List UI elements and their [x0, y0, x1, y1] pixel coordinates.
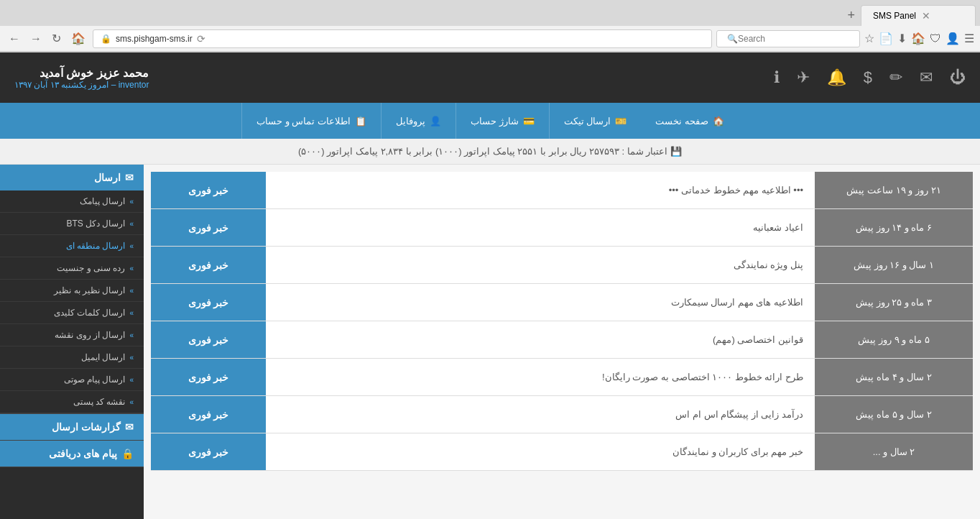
news-title-6[interactable]: درآمد زایی از پیشگام اس ام اس — [266, 409, 815, 420]
menu-icon[interactable]: ☰ — [964, 32, 974, 45]
tab-title: SMS Panel — [873, 11, 916, 21]
sub-nav-contact[interactable]: 📋 اطلاعات تماس و حساب — [241, 103, 381, 139]
news-category-5[interactable]: خبر فوری — [151, 359, 266, 395]
sidebar-item-email[interactable]: » ارسال ایمیل — [0, 346, 144, 369]
sidebar-header-reports[interactable]: ✉ گزارشات ارسال — [0, 414, 144, 440]
reader-icon[interactable]: 📄 — [879, 32, 893, 45]
sidebar-item-p2p[interactable]: » ارسال نظیر به نظیر — [0, 280, 144, 302]
sub-nav-ticket[interactable]: 🎫 ارسال تیکت — [549, 103, 642, 139]
table-row: ۳ ماه و ۲۵ روز پیش اطلاعیه های مهم ارسال… — [151, 284, 973, 321]
sidebar-item-regional[interactable]: » ارسال منطقه ای — [0, 235, 144, 257]
news-date-7: ۲ سال و ... — [815, 433, 973, 470]
info-icon[interactable]: ℹ — [774, 68, 780, 87]
news-category-0[interactable]: خبر فوری — [151, 172, 266, 208]
profile-label: پروفایل — [396, 116, 425, 127]
browser-tab-active[interactable]: SMS Panel ✕ — [861, 5, 976, 26]
contact-icon: 📋 — [355, 116, 366, 127]
url-text: sms.pishgam-sms.ir — [116, 34, 193, 44]
home-nav-icon[interactable]: 🏠 — [911, 32, 925, 45]
table-row: ۵ ماه و ۹ روز پیش قوانین اختصاصی (مهم) خ… — [151, 321, 973, 359]
table-row: ۲۱ روز و ۱۹ ساعت پیش ••• اطلاعیه مهم خطو… — [151, 172, 973, 209]
news-category-3[interactable]: خبر فوری — [151, 284, 266, 321]
news-title-4[interactable]: قوانین اختصاصی (مهم) — [266, 334, 815, 345]
sidebar-section-received: 🔒 پیام های دریافتی — [0, 441, 144, 467]
news-date-4: ۵ ماه و ۹ روز پیش — [815, 321, 973, 358]
news-title-3[interactable]: اطلاعیه های مهم ارسال سیمکارت — [266, 297, 815, 308]
sidebar-item-age[interactable]: » رده سنی و جنسیت — [0, 257, 144, 280]
arrow-icon: » — [129, 265, 134, 272]
sidebar-header-send: ✉ ارسال — [0, 165, 144, 190]
search-input[interactable] — [738, 34, 852, 44]
browser-tabs: SMS Panel ✕ + — [0, 0, 980, 26]
arrow-icon: » — [129, 331, 134, 339]
received-header-label: پیام های دریافتی — [49, 448, 117, 459]
table-row: ۲ سال و ۴ ماه پیش طرح ارائه خطوط ۱۰۰۰ اخ… — [151, 359, 973, 396]
sidebar-item-postal[interactable]: » نقشه کد پستی — [0, 391, 144, 413]
sidebar: ✉ ارسال » ارسال پیامک » ارسال دکل BTS » … — [0, 165, 144, 519]
sub-nav: 🏠 صفحه نخست 🎫 ارسال تیکت 💳 شارژ حساب 👤 پ… — [0, 103, 980, 139]
arrow-icon: » — [129, 220, 134, 228]
send-icon[interactable]: ✈ — [797, 68, 810, 87]
contact-label: اطلاعات تماس و حساب — [256, 116, 351, 127]
mail-icon[interactable]: ✉ — [920, 68, 933, 87]
news-category-4[interactable]: خبر فوری — [151, 321, 266, 358]
charge-label: شارژ حساب — [471, 116, 519, 127]
search-bar[interactable]: 🔍 — [716, 30, 860, 47]
user-account-icon[interactable]: 👤 — [946, 32, 960, 45]
sub-nav-charge[interactable]: 💳 شارژ حساب — [456, 103, 549, 139]
sub-nav-home[interactable]: 🏠 صفحه نخست — [641, 103, 739, 139]
news-category-7[interactable]: خبر فوری — [151, 433, 266, 470]
bell-icon[interactable]: 🔔 — [827, 68, 846, 87]
news-title-1[interactable]: اعیاد شعبانیه — [266, 222, 815, 233]
home-button[interactable]: 🏠 — [68, 29, 88, 48]
send-header-label: ارسال — [94, 172, 121, 183]
sidebar-item-sms[interactable]: » ارسال پیامک — [0, 190, 144, 213]
balance-text: اعتبار شما : ۲۵۷۵۹۳ ریال برابر با ۲۵۵۱ پ… — [298, 146, 667, 157]
edit-icon[interactable]: ✏ — [889, 68, 902, 87]
arrow-icon: » — [129, 242, 134, 250]
arrow-icon: » — [129, 287, 134, 295]
dollar-icon[interactable]: $ — [864, 68, 872, 87]
forward-button[interactable]: → — [27, 29, 45, 48]
tab-close-button[interactable]: ✕ — [922, 10, 930, 22]
sidebar-item-map-send[interactable]: » ارسال از روی نقشه — [0, 324, 144, 346]
sidebar-header-received[interactable]: 🔒 پیام های دریافتی — [0, 441, 144, 467]
bookmark-star-icon[interactable]: ☆ — [864, 32, 874, 45]
new-tab-button[interactable]: + — [841, 5, 861, 26]
sidebar-item-bts[interactable]: » ارسال دکل BTS — [0, 213, 144, 235]
news-title-7[interactable]: خبر مهم برای کاربران و نمایندگان — [266, 446, 815, 457]
news-list: ۲۱ روز و ۱۹ ساعت پیش ••• اطلاعیه مهم خطو… — [151, 172, 973, 471]
news-date-0: ۲۱ روز و ۱۹ ساعت پیش — [815, 172, 973, 208]
reload-button[interactable]: ↻ — [49, 29, 64, 48]
back-button[interactable]: ← — [6, 29, 23, 48]
download-icon[interactable]: ⬇ — [897, 32, 907, 45]
news-category-2[interactable]: خبر فوری — [151, 247, 266, 283]
news-title-5[interactable]: طرح ارائه خطوط ۱۰۰۰ اختصاصی به صورت رایگ… — [266, 372, 815, 382]
news-title-0[interactable]: ••• اطلاعیه مهم خطوط خدماتی ••• — [266, 185, 815, 196]
home-label: صفحه نخست — [655, 116, 708, 127]
sidebar-item-postal-label: نقشه کد پستی — [73, 397, 126, 407]
sub-nav-profile[interactable]: 👤 پروفایل — [381, 103, 456, 139]
power-icon[interactable]: ⏻ — [950, 68, 966, 87]
sidebar-section-reports: ✉ گزارشات ارسال — [0, 414, 144, 441]
sidebar-item-bts-label: ارسال دکل BTS — [66, 219, 125, 229]
arrow-icon: » — [129, 398, 134, 406]
news-title-2[interactable]: پنل ویژه نمایندگی — [266, 260, 815, 270]
news-category-6[interactable]: خبر فوری — [151, 396, 266, 433]
user-subtitle: inventor – امروز یکشنبه ۱۳ آبان ۱۳۹۷ — [14, 80, 149, 90]
received-header-icon: 🔒 — [121, 448, 134, 459]
ticket-icon: 🎫 — [615, 116, 627, 127]
balance-icon: 💾 — [670, 146, 682, 157]
news-date-3: ۳ ماه و ۲۵ روز پیش — [815, 284, 973, 321]
balance-bar: 💾 اعتبار شما : ۲۵۷۵۹۳ ریال برابر با ۲۵۵۱… — [0, 139, 980, 165]
sidebar-item-voice[interactable]: » ارسال پیام صوتی — [0, 369, 144, 391]
news-category-1[interactable]: خبر فوری — [151, 209, 266, 246]
arrow-icon: » — [129, 198, 134, 206]
ticket-label: ارسال تیکت — [564, 116, 611, 127]
shield-icon[interactable]: 🛡 — [930, 32, 941, 45]
home-icon: 🏠 — [713, 116, 724, 127]
send-header-icon: ✉ — [125, 172, 134, 183]
url-bar[interactable]: 🔒 sms.pishgam-sms.ir ⟳ — [93, 29, 712, 48]
sidebar-item-keywords[interactable]: » ارسال کلمات کلیدی — [0, 302, 144, 324]
browser-controls: ← → ↻ 🏠 🔒 sms.pishgam-sms.ir ⟳ 🔍 ☆ 📄 ⬇ 🏠… — [0, 26, 980, 52]
